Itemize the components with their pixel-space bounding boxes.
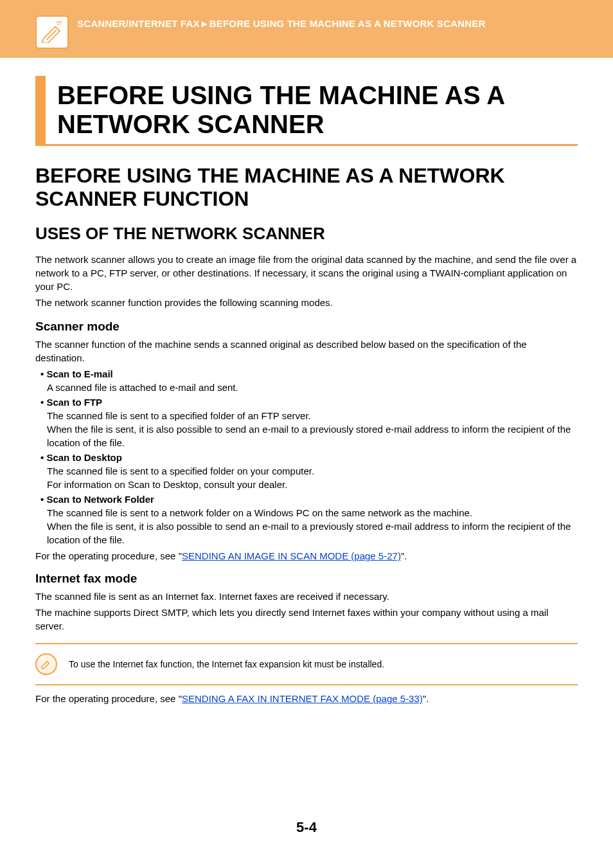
list-item-body: The scanned file is sent to a specified … [35, 464, 578, 491]
section-title: BEFORE USING THE MACHINE AS A NETWORK SC… [35, 164, 578, 212]
ifax-reference: For the operating procedure, see "SENDIN… [35, 693, 578, 704]
breadcrumb-page: BEFORE USING THE MACHINE AS A NETWORK SC… [209, 18, 486, 29]
scanner-mode-heading: Scanner mode [35, 320, 578, 334]
list-item-title: Scan to Network Folder [35, 494, 578, 505]
breadcrumb: SCANNER/INTERNET FAX►BEFORE USING THE MA… [77, 18, 486, 29]
list-item: Scan to E-mail A scanned file is attache… [35, 368, 578, 394]
ifax-paragraph-2: The machine supports Direct SMTP, which … [35, 606, 578, 633]
list-item-title: Scan to E-mail [35, 368, 578, 379]
scanner-icon [35, 15, 69, 49]
note-icon [35, 653, 57, 675]
document-header: SCANNER/INTERNET FAX►BEFORE USING THE MA… [0, 0, 613, 58]
note-box: To use the Internet fax function, the In… [35, 643, 578, 685]
scanner-mode-list: Scan to E-mail A scanned file is attache… [35, 368, 578, 547]
page-number: 5-4 [0, 819, 613, 836]
note-text: To use the Internet fax function, the In… [69, 659, 384, 669]
ifax-mode-link[interactable]: SENDING A FAX IN INTERNET FAX MODE (page… [182, 693, 423, 704]
scan-mode-link[interactable]: SENDING AN IMAGE IN SCAN MODE (page 5-27… [182, 550, 401, 561]
intro-paragraph-1: The network scanner allows you to create… [35, 253, 578, 293]
subsection-title: USES OF THE NETWORK SCANNER [35, 224, 578, 244]
list-item-title: Scan to FTP [35, 397, 578, 408]
list-item-title: Scan to Desktop [35, 452, 578, 463]
scanner-mode-intro: The scanner function of the machine send… [35, 338, 578, 365]
list-item-body: The scanned file is sent to a specified … [35, 409, 578, 449]
page-title: BEFORE USING THE MACHINE AS A NETWORK SC… [57, 81, 578, 139]
breadcrumb-separator: ► [200, 18, 209, 29]
list-item: Scan to Desktop The scanned file is sent… [35, 452, 578, 491]
list-item-body: The scanned file is sent to a network fo… [35, 506, 578, 547]
scanner-mode-reference: For the operating procedure, see "SENDIN… [35, 550, 578, 561]
page-content: BEFORE USING THE MACHINE AS A NETWORK SC… [0, 58, 613, 704]
ref-prefix: For the operating procedure, see " [35, 550, 182, 561]
intro-paragraph-2: The network scanner function provides th… [35, 296, 578, 309]
h1-container: BEFORE USING THE MACHINE AS A NETWORK SC… [35, 76, 578, 146]
breadcrumb-section: SCANNER/INTERNET FAX [77, 18, 200, 29]
ref-suffix: ". [423, 693, 429, 704]
list-item: Scan to Network Folder The scanned file … [35, 494, 578, 547]
ref-prefix: For the operating procedure, see " [35, 693, 182, 704]
list-item: Scan to FTP The scanned file is sent to … [35, 397, 578, 449]
ifax-mode-heading: Internet fax mode [35, 572, 578, 586]
ifax-paragraph-1: The scanned file is sent as an Internet … [35, 590, 578, 603]
list-item-body: A scanned file is attached to e-mail and… [35, 381, 578, 394]
ref-suffix: ". [401, 550, 407, 561]
